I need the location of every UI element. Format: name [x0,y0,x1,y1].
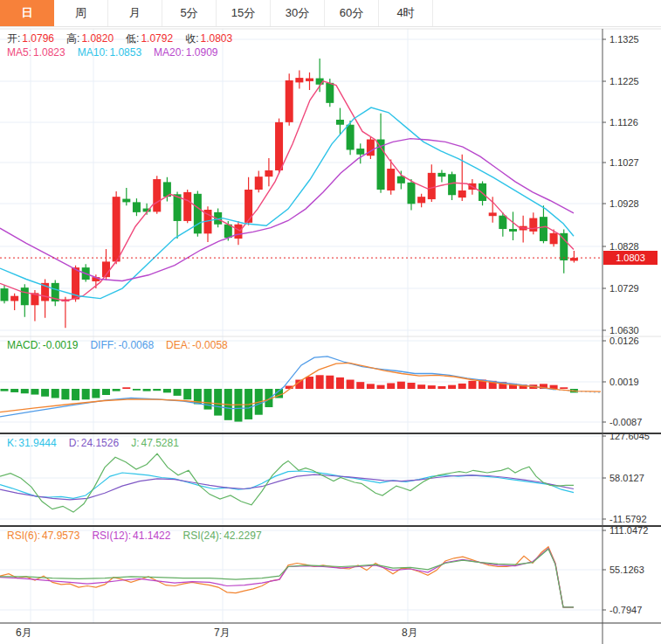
y-axis-tick-label: -11.5792 [609,514,647,524]
ohlc-header-row: 开:1.0796高:1.0820低:1.0792收:1.0803 [7,31,244,46]
kdj-item-2: J:47.5281 [131,437,179,449]
y-axis-tick-label: 0.0126 [609,336,639,346]
y-axis-tick-label: 55.1263 [609,564,644,575]
y-axis-tick-label: 1.0729 [609,283,639,294]
macd-header-row: MACD:-0.0019DIFF:-0.0068DEA:-0.0058 [7,339,240,351]
y-axis-tick-label: 1.0630 [609,325,639,336]
rsi-item-1: RSI(12):41.1422 [92,530,170,542]
y-axis-tick-label: 1.1126 [609,117,638,128]
rsi-item-0: RSI(6):47.9573 [7,530,79,542]
ma-item-2: MA20:1.0909 [154,46,217,59]
macd-item-2: DEA:-0.0058 [166,339,228,351]
y-axis-tick-label: 1.1225 [609,76,639,87]
ohlc-item-1: 高:1.0820 [66,32,114,45]
ohlc-item-2: 低:1.0792 [126,32,173,45]
macd-item-0: MACD:-0.0019 [7,339,78,351]
kdj-header-row: K:31.9444D:24.1526J:47.5281 [7,437,191,449]
y-axis-tick-label: 1.1325 [609,34,639,45]
y-axis-tick-label: 1.1027 [609,157,639,168]
price-badge: 1.0803 [603,251,658,265]
kdj-item-0: K:31.9444 [7,437,57,449]
ma-item-0: MA5:1.0823 [7,46,65,59]
y-axis-tick-label: 58.0127 [609,473,644,483]
rsi-item-2: RSI(24):42.2297 [182,530,261,542]
y-axis-tick-label: 1.0928 [609,198,639,209]
x-axis-month-label: 7月 [214,626,231,641]
y-axis-tick-label: -0.0087 [609,417,642,427]
y-axis-tick-label: -0.7947 [609,605,642,615]
ma-item-1: MA10:1.0853 [78,46,141,59]
kdj-item-1: D:24.1526 [69,437,119,449]
y-axis-tick-label: 127.6045 [609,431,650,441]
x-axis-month-label: 6月 [16,626,32,641]
rsi-header-row: RSI(6):47.9573RSI(12):41.1422RSI(24):42.… [7,530,274,542]
chart-window: 日周月5分15分30分60分4时 开:1.0796高:1.0820低:1.079… [0,0,661,644]
y-axis-tick-label: 111.0472 [609,525,648,536]
macd-item-1: DIFF:-0.0068 [90,339,154,351]
chart-canvas[interactable] [0,0,661,644]
ohlc-item-0: 开:1.0796 [7,32,54,45]
x-axis-month-label: 8月 [402,626,418,641]
ma-header-row: MA5:1.0823MA10:1.0853MA20:1.0909 [7,46,231,59]
y-axis-tick-label: 0.0019 [609,377,639,387]
ohlc-item-3: 收:1.0803 [185,32,232,45]
